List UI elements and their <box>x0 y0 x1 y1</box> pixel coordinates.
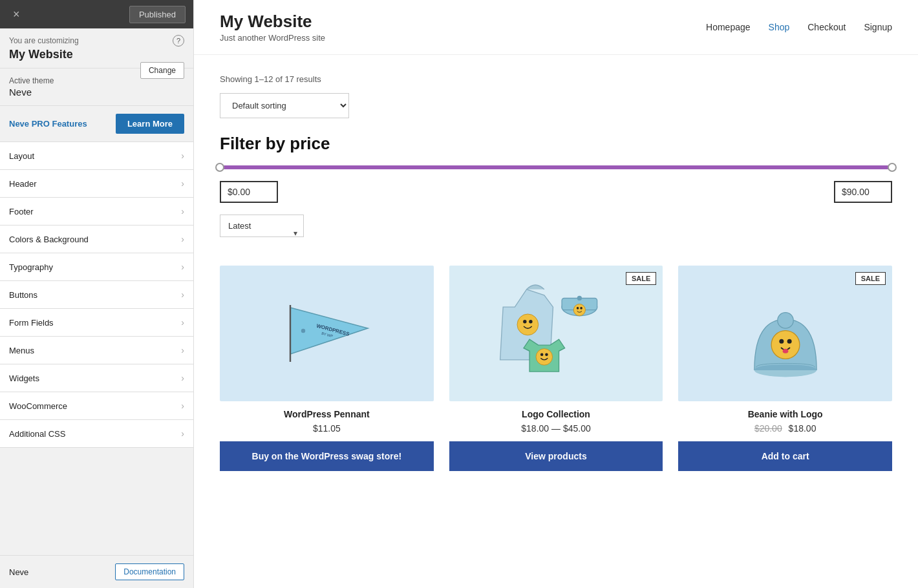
svg-point-16 <box>545 353 548 356</box>
menu-item-form-fields[interactable]: Form Fields › <box>0 309 193 337</box>
filter-sort-select[interactable]: Latest Price: Low to High Price: High to… <box>220 215 304 237</box>
svg-point-21 <box>787 339 791 344</box>
close-button[interactable]: × <box>8 5 25 24</box>
svg-point-15 <box>540 353 544 356</box>
menu-item-header[interactable]: Header › <box>0 170 193 198</box>
customizing-site-name: My Website <box>9 48 184 61</box>
sidebar: × Published You are customizing ? My Web… <box>0 0 194 588</box>
svg-point-14 <box>536 349 552 365</box>
product-card: WORDPRESS BY WP WordPress Pennant $11.05… <box>220 266 434 471</box>
product-name: Logo Collection <box>449 409 663 419</box>
chevron-right-icon: › <box>181 317 184 328</box>
chevron-right-icon: › <box>181 262 184 272</box>
published-button[interactable]: Published <box>129 6 186 23</box>
price-slider-fill <box>220 165 892 169</box>
product-card: SALE <box>449 266 663 471</box>
product-price-beanie: $20.00 $18.00 <box>678 423 892 434</box>
menu-item-menus[interactable]: Menus › <box>0 337 193 364</box>
menu-item-layout[interactable]: Layout › <box>0 142 193 170</box>
view-products-button[interactable]: View products <box>449 441 663 471</box>
customizing-label: You are customizing ? <box>9 35 184 47</box>
price-slider-handle-min[interactable] <box>215 163 224 172</box>
svg-point-7 <box>529 320 532 323</box>
chevron-right-icon: › <box>181 206 184 216</box>
filter-sort-wrapper: Latest Price: Low to High Price: High to… <box>220 215 304 251</box>
product-price: $11.05 <box>220 423 434 434</box>
menu-items-section: Layout › Header › Footer › Colors & Back… <box>0 142 193 555</box>
chevron-right-icon: › <box>181 178 184 189</box>
results-info: Showing 1–12 of 17 results <box>220 74 892 84</box>
price-max-input[interactable] <box>834 181 892 203</box>
sale-badge: SALE <box>855 272 886 285</box>
neve-pro-label: Neve PRO Features <box>9 119 87 129</box>
svg-point-5 <box>517 314 539 335</box>
filter-heading: Filter by price <box>220 134 892 154</box>
site-header: My Website Just another WordPress site H… <box>194 0 918 55</box>
sidebar-footer: Neve Documentation <box>0 555 193 588</box>
product-name: Beanie with Logo <box>678 409 892 419</box>
chevron-right-icon: › <box>181 373 184 383</box>
svg-point-13 <box>580 307 582 310</box>
add-to-cart-button[interactable]: Add to cart <box>678 441 892 471</box>
svg-point-10 <box>577 296 582 300</box>
help-icon[interactable]: ? <box>173 35 184 47</box>
site-nav: Homepage Shop Checkout Signup <box>706 22 892 32</box>
active-theme-name: Neve <box>9 87 184 98</box>
buy-button[interactable]: Buy on the WordPress swag store! <box>220 441 434 471</box>
chevron-right-icon: › <box>181 428 184 439</box>
site-branding: My Website Just another WordPress site <box>220 12 325 43</box>
svg-point-4 <box>301 329 305 333</box>
menu-item-buttons[interactable]: Buttons › <box>0 281 193 309</box>
product-image-pennant: WORDPRESS BY WP <box>220 266 434 401</box>
sorting-select[interactable]: Default sorting <box>220 93 349 118</box>
sidebar-header: × Published <box>0 0 193 28</box>
documentation-button[interactable]: Documentation <box>115 563 184 580</box>
menu-item-typography[interactable]: Typography › <box>0 253 193 281</box>
original-price: $20.00 <box>754 423 782 434</box>
product-card: SALE <box>678 266 892 471</box>
products-grid: WORDPRESS BY WP WordPress Pennant $11.05… <box>220 266 892 471</box>
sale-price: $18.00 <box>789 423 817 434</box>
menu-item-colors-background[interactable]: Colors & Background › <box>0 226 193 253</box>
chevron-right-icon: › <box>181 401 184 411</box>
learn-more-button[interactable]: Learn More <box>116 114 184 134</box>
svg-point-18 <box>777 313 793 329</box>
svg-point-20 <box>779 339 784 344</box>
product-image-beanie: SALE <box>678 266 892 401</box>
nav-signup[interactable]: Signup <box>864 22 892 32</box>
svg-point-11 <box>573 304 585 316</box>
neve-footer-label: Neve <box>9 567 28 577</box>
change-theme-button[interactable]: Change <box>140 62 184 79</box>
nav-homepage[interactable]: Homepage <box>706 22 751 32</box>
price-slider-track[interactable] <box>220 165 892 169</box>
price-min-input[interactable] <box>220 181 278 203</box>
product-price: $18.00 — $45.00 <box>449 423 663 434</box>
chevron-right-icon: › <box>181 151 184 161</box>
shop-content: Showing 1–12 of 17 results Default sorti… <box>194 55 918 490</box>
sale-badge: SALE <box>626 272 656 285</box>
menu-item-additional-css[interactable]: Additional CSS › <box>0 420 193 448</box>
product-image-logo-collection: SALE <box>449 266 663 401</box>
svg-point-6 <box>523 320 526 323</box>
chevron-right-icon: › <box>181 234 184 244</box>
chevron-right-icon: › <box>181 345 184 355</box>
neve-pro-section: Neve PRO Features Learn More <box>0 106 193 142</box>
nav-checkout[interactable]: Checkout <box>807 22 846 32</box>
product-name: WordPress Pennant <box>220 409 434 419</box>
svg-point-12 <box>577 307 579 310</box>
menu-item-footer[interactable]: Footer › <box>0 198 193 226</box>
menu-item-woocommerce[interactable]: WooCommerce › <box>0 392 193 420</box>
svg-point-22 <box>782 349 788 353</box>
menu-item-widgets[interactable]: Widgets › <box>0 364 193 392</box>
active-theme-section: Change Active theme Neve <box>0 68 193 106</box>
nav-shop[interactable]: Shop <box>769 22 790 32</box>
site-tagline: Just another WordPress site <box>220 33 325 43</box>
svg-point-19 <box>771 331 800 359</box>
price-inputs <box>220 181 892 203</box>
site-name: My Website <box>220 12 325 32</box>
chevron-right-icon: › <box>181 289 184 300</box>
price-slider-handle-max[interactable] <box>888 163 897 172</box>
main-content: My Website Just another WordPress site H… <box>194 0 918 588</box>
